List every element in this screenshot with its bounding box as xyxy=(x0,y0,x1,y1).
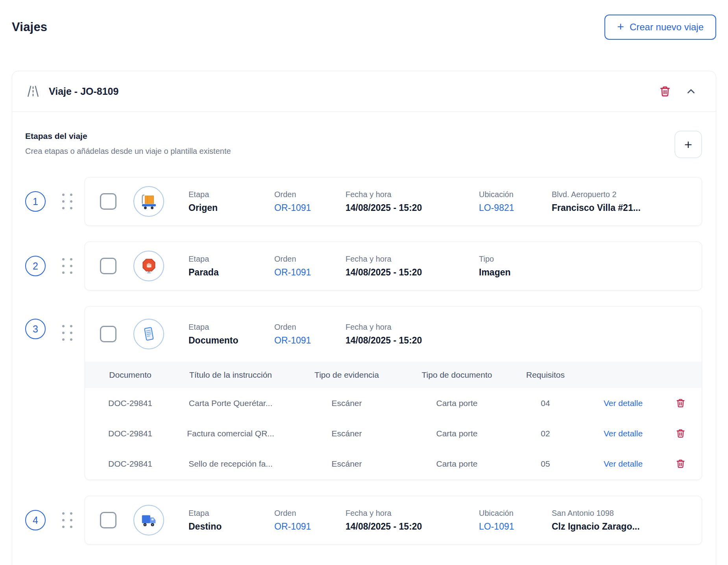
document-row: DOC-29841 Carta Porte Querétar... Escáne… xyxy=(85,388,702,418)
trip-card: Viaje - JO-8109 xyxy=(12,71,716,565)
page-title: Viajes xyxy=(12,20,47,34)
trash-icon xyxy=(676,428,686,439)
stage-checkbox[interactable] xyxy=(100,512,116,528)
field-orden: Orden OR-1091 xyxy=(274,509,346,532)
evidencia-cell: Escáner xyxy=(294,429,400,438)
document-icon xyxy=(133,319,164,349)
trash-icon xyxy=(676,398,686,408)
field-fecha: Fecha y hora 14/08/2025 - 15:20 xyxy=(346,509,479,532)
chevron-up-icon xyxy=(685,85,697,97)
requisitos-cell: 02 xyxy=(514,429,577,438)
field-etapa: Etapa Origen xyxy=(188,190,274,213)
document-row: DOC-29841 Sello de recepción fa... Escán… xyxy=(85,449,702,479)
titulo-cell: Factura comercial QR... xyxy=(168,429,294,438)
requisitos-cell: 04 xyxy=(514,399,577,408)
field-ubicacion: Ubicación LO-9821 xyxy=(479,190,552,213)
stage-number-badge: 3 xyxy=(25,319,46,339)
stage-row-parada: 2 xyxy=(25,242,702,290)
stage-row-origen: 1 xyxy=(25,177,702,226)
add-stage-button[interactable]: + xyxy=(674,131,702,158)
titulo-cell: Carta Porte Querétar... xyxy=(168,399,294,408)
field-orden: Orden OR-1091 xyxy=(274,323,346,346)
delete-document-button[interactable] xyxy=(674,427,687,440)
field-direccion: San Antonio 1098 Clz Ignacio Zarago... xyxy=(552,509,702,532)
trash-icon xyxy=(659,85,671,98)
stop-hand-icon xyxy=(133,251,164,281)
stage-number-badge: 4 xyxy=(25,510,46,530)
stage-checkbox[interactable] xyxy=(100,193,116,210)
ver-detalle-link[interactable]: Ver detalle xyxy=(577,429,669,438)
viajes-page: Viajes + Crear nuevo viaje Viaje - JO-81… xyxy=(0,0,728,565)
documento-cell: DOC-29841 xyxy=(93,429,168,438)
ver-detalle-link[interactable]: Ver detalle xyxy=(577,399,669,408)
trip-card-header: Viaje - JO-8109 xyxy=(12,71,716,112)
documents-table-header: Documento Título de la instrucción Tipo … xyxy=(85,362,702,388)
field-etapa: Etapa Parada xyxy=(188,255,274,278)
trash-icon xyxy=(676,458,686,469)
stages-section-header: Etapas del viaje Crea etapas o añádelas … xyxy=(25,131,702,158)
orden-link[interactable]: OR-1091 xyxy=(274,335,346,346)
orden-link[interactable]: OR-1091 xyxy=(274,203,346,213)
drag-handle-icon[interactable] xyxy=(62,512,72,528)
field-fecha: Fecha y hora 14/08/2025 - 15:20 xyxy=(346,190,479,213)
drag-handle-icon[interactable] xyxy=(62,194,72,209)
documento-cell: DOC-29841 xyxy=(93,399,168,408)
field-fecha: Fecha y hora 14/08/2025 - 15:20 xyxy=(346,323,479,346)
ver-detalle-link[interactable]: Ver detalle xyxy=(577,459,669,469)
collapse-trip-button[interactable] xyxy=(684,84,698,99)
create-trip-label: Crear nuevo viaje xyxy=(630,22,704,33)
stages-section-title: Etapas del viaje xyxy=(25,131,231,141)
stage-row-destino: 4 xyxy=(25,496,702,545)
orden-link[interactable]: OR-1091 xyxy=(274,267,346,278)
trip-title: Viaje - JO-8109 xyxy=(49,86,118,97)
stage-checkbox[interactable] xyxy=(100,326,116,342)
stage-card-parada: Etapa Parada Orden OR-1091 Fecha y hora … xyxy=(85,242,702,290)
trip-card-body: Etapas del viaje Crea etapas o añádelas … xyxy=(12,131,716,560)
stage-card-documento: Etapa Documento Orden OR-1091 Fecha y ho… xyxy=(85,306,702,480)
field-tipo: Tipo Imagen xyxy=(479,255,552,278)
tipo-documento-cell: Carta porte xyxy=(400,399,514,408)
stages-section-text: Etapas del viaje Crea etapas o añádelas … xyxy=(25,131,231,156)
delete-document-button[interactable] xyxy=(674,396,687,410)
drag-handle-icon[interactable] xyxy=(62,258,72,274)
stage-number-badge: 1 xyxy=(25,191,46,212)
documents-table: Documento Título de la instrucción Tipo … xyxy=(85,362,702,480)
stage-card-origen: Etapa Origen Orden OR-1091 Fecha y hora … xyxy=(85,177,702,226)
plus-icon: + xyxy=(617,21,624,33)
page-header: Viajes + Crear nuevo viaje xyxy=(12,14,716,40)
ubicacion-link[interactable]: LO-1091 xyxy=(479,521,552,532)
field-etapa: Etapa Documento xyxy=(188,323,274,346)
handtruck-icon xyxy=(133,186,164,217)
field-orden: Orden OR-1091 xyxy=(274,255,346,278)
field-fecha: Fecha y hora 14/08/2025 - 15:20 xyxy=(346,255,479,278)
stage-row-documento: 3 xyxy=(25,306,702,480)
stage-number-badge: 2 xyxy=(25,256,46,276)
tipo-documento-cell: Carta porte xyxy=(400,429,514,438)
field-orden: Orden OR-1091 xyxy=(274,190,346,213)
stages-section-subtitle: Crea etapas o añádelas desde un viaje o … xyxy=(25,147,231,156)
titulo-cell: Sello de recepción fa... xyxy=(168,459,294,469)
field-etapa: Etapa Destino xyxy=(188,509,274,532)
tipo-documento-cell: Carta porte xyxy=(400,459,514,469)
field-ubicacion: Ubicación LO-1091 xyxy=(479,509,552,532)
delete-document-button[interactable] xyxy=(674,457,687,471)
documento-cell: DOC-29841 xyxy=(93,459,168,469)
drag-handle-icon[interactable] xyxy=(62,325,72,341)
truck-icon xyxy=(133,505,164,535)
requisitos-cell: 05 xyxy=(514,459,577,469)
plus-icon: + xyxy=(684,138,692,151)
evidencia-cell: Escáner xyxy=(294,459,400,469)
ubicacion-link[interactable]: LO-9821 xyxy=(479,203,552,213)
road-icon xyxy=(26,84,40,98)
stage-card-destino: Etapa Destino Orden OR-1091 Fecha y hora… xyxy=(85,496,702,545)
create-trip-button[interactable]: + Crear nuevo viaje xyxy=(604,15,716,40)
delete-trip-button[interactable] xyxy=(658,83,673,99)
orden-link[interactable]: OR-1091 xyxy=(274,521,346,532)
field-direccion: Blvd. Aeropuerto 2 Francisco Villa #21..… xyxy=(552,190,702,213)
document-row: DOC-29841 Factura comercial QR... Escáne… xyxy=(85,418,702,449)
stage-checkbox[interactable] xyxy=(100,258,116,274)
evidencia-cell: Escáner xyxy=(294,399,400,408)
